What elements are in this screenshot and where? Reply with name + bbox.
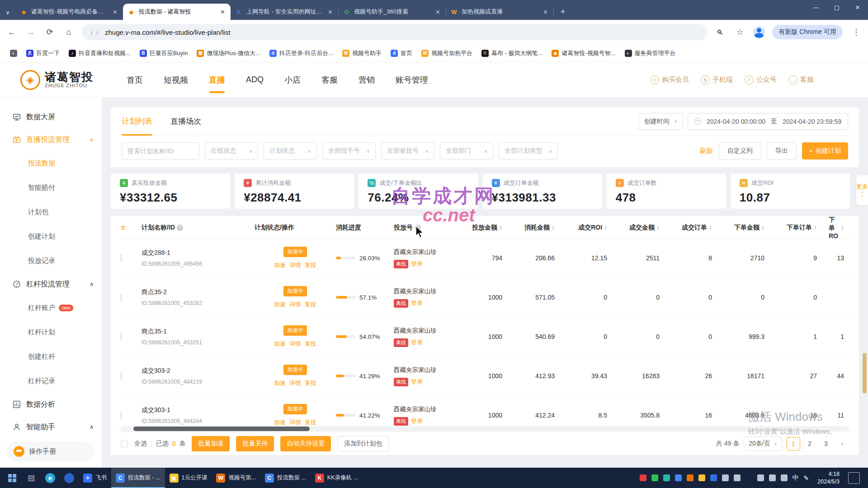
nav-item-link[interactable]: ADQ xyxy=(246,62,264,98)
window-close-button[interactable]: ✕ xyxy=(847,0,868,14)
customize-columns-button[interactable]: 自定义列 xyxy=(719,142,761,160)
nav-item-link[interactable]: 首页 xyxy=(127,62,143,98)
back-button[interactable]: ← xyxy=(5,28,18,37)
vertical-scrollbar-thumb[interactable] xyxy=(863,353,867,394)
row-action-link[interactable]: 复投 xyxy=(305,300,316,309)
table-row[interactable]: 成交288-1ID:5896261005_456456加速中加速详情复投26.0… xyxy=(121,239,849,278)
tray-chrome-icon[interactable] xyxy=(675,474,682,481)
taskbar-app[interactable]: ✈飞书 xyxy=(79,468,111,488)
task-view-icon[interactable]: ▤ xyxy=(22,468,41,488)
pen-icon[interactable]: ✎ xyxy=(804,474,809,482)
filter-select[interactable]: 全部计划类型∨ xyxy=(499,142,558,160)
bookmark-item[interactable]: B巨量百应Buyin xyxy=(136,47,192,59)
sort-icons[interactable]: ▲▼ xyxy=(656,225,660,230)
tab-close-icon[interactable]: ✕ xyxy=(219,9,226,15)
sidebar-subitem[interactable]: 创建计划 xyxy=(0,224,102,249)
row-checkbox[interactable] xyxy=(121,372,122,380)
plan-name[interactable]: 成交303-1 xyxy=(142,406,255,414)
tray-orange-app-icon[interactable] xyxy=(687,474,693,481)
taskbar-app[interactable]: ▣1元公开课 xyxy=(165,468,212,488)
tab-close-icon[interactable]: ✕ xyxy=(112,9,118,15)
bookmark-item[interactable]: ♪抖音直播和短视频... xyxy=(65,47,134,59)
column-header[interactable]: 成交ROI▲▼ xyxy=(566,224,619,232)
auto-stop-settings-button[interactable]: 自动关停设置 xyxy=(280,436,331,451)
row-action-link[interactable]: 复投 xyxy=(305,418,316,427)
ime-indicator[interactable]: 中 xyxy=(793,474,799,482)
plan-name[interactable]: 商点35-1 xyxy=(142,328,255,336)
tray-phone-icon[interactable] xyxy=(722,474,729,481)
nav-item-link[interactable]: 小店 xyxy=(284,62,301,98)
header-link[interactable]: S手机端 xyxy=(701,75,733,84)
browser-tab[interactable]: K上网导航 - 安全实用的网址导航✕ xyxy=(231,4,338,20)
tray-mic-icon[interactable] xyxy=(734,474,741,481)
sidebar-item-live[interactable]: 直播投流管理∧ xyxy=(0,128,102,151)
browser-menu-icon[interactable]: ⋮ xyxy=(850,27,863,37)
chrome-update-chip[interactable]: 有新版 Chrome 可用 xyxy=(772,25,843,39)
row-action-link[interactable]: 加速 xyxy=(274,379,286,387)
nav-item-link[interactable]: 短视频 xyxy=(164,62,188,98)
row-checkbox[interactable] xyxy=(121,293,122,301)
sidebar-item-analysis[interactable]: 数据分析 xyxy=(0,393,102,416)
tab-plan-list[interactable]: 计划列表 xyxy=(122,108,152,136)
browser-app-icon[interactable] xyxy=(60,468,79,488)
sidebar-subitem[interactable]: 投流数据 xyxy=(0,151,102,175)
create-plan-button[interactable]: + 创建计划 xyxy=(802,142,848,160)
taskbar-app[interactable]: KKK录像机 ... xyxy=(311,468,363,488)
bookmark-item[interactable]: ◐服务商管理平台 xyxy=(621,47,679,59)
forward-button[interactable]: → xyxy=(24,28,37,37)
menu-icon[interactable]: ≡ xyxy=(121,223,126,233)
sort-icons[interactable]: ▲▼ xyxy=(814,225,817,230)
header-link[interactable]: …客服 xyxy=(788,75,814,84)
row-action-link[interactable]: 加速 xyxy=(274,340,286,348)
column-header[interactable]: 投放金额▲▼ xyxy=(462,224,514,232)
start-button[interactable] xyxy=(3,468,22,488)
home-button[interactable]: ⌂ xyxy=(62,28,75,37)
tab-live-sessions[interactable]: 直播场次 xyxy=(170,108,201,136)
bookmark-item[interactable]: ◐ xyxy=(6,48,21,59)
header-link[interactable]: ◇购买会员 xyxy=(650,75,689,84)
nav-item-link[interactable]: 客服 xyxy=(321,62,338,98)
browser-tab[interactable]: W加热视频或直播✕ xyxy=(446,4,553,20)
row-action-link[interactable]: 复投 xyxy=(305,379,316,387)
sidebar-subitem[interactable]: 投放记录 xyxy=(0,249,102,273)
sort-icons[interactable]: ▲▼ xyxy=(604,225,607,230)
column-header[interactable]: 下单RO▲▼ xyxy=(829,216,856,239)
tab-close-icon[interactable]: ✕ xyxy=(542,9,549,15)
tray-battery-icon[interactable] xyxy=(757,474,764,481)
sort-by-select[interactable]: 创建时间 ∨ xyxy=(638,113,683,130)
plan-name[interactable]: 成交288-1 xyxy=(142,249,255,257)
bookmark-item[interactable]: ◆诸葛智投-视频号智... xyxy=(548,47,619,59)
bookmark-item[interactable]: W视频号加热平台 xyxy=(418,47,476,59)
stats-more-button[interactable]: 更多 ⌄⌄ xyxy=(856,175,868,205)
tray-volume-icon[interactable] xyxy=(769,474,776,481)
sort-icons[interactable]: ▲▼ xyxy=(761,225,764,230)
table-row[interactable]: 成交303-2ID:5896261005_484219加速中加速详情复投41.2… xyxy=(121,357,849,396)
bookmark-item[interactable]: W视频号助手 xyxy=(339,47,385,59)
sidebar-subitem[interactable]: 杠杆计划 xyxy=(0,320,102,344)
export-button[interactable]: 导出 xyxy=(767,142,797,160)
sidebar-item-assistant[interactable]: 智能助手∧ xyxy=(0,416,102,438)
column-header[interactable]: 成交金额▲▼ xyxy=(619,224,671,232)
notification-center-icon[interactable] xyxy=(848,472,860,484)
sidebar-subitem[interactable]: 创建杠杆 xyxy=(0,344,102,369)
nav-item-link[interactable]: 营销 xyxy=(359,62,375,98)
browser-tab[interactable]: O视频号助手_360搜索✕ xyxy=(338,4,446,20)
window-minimize-button[interactable]: — xyxy=(806,0,826,14)
taskbar-app[interactable]: C投流数据 ... xyxy=(260,468,311,488)
row-action-link[interactable]: 复投 xyxy=(305,340,316,348)
filter-select[interactable]: 全部部门∨ xyxy=(440,142,493,160)
horizontal-scrollbar-thumb[interactable] xyxy=(133,427,310,431)
row-action-link[interactable]: 详情 xyxy=(289,340,301,348)
select-all-checkbox[interactable] xyxy=(121,440,128,447)
login-link[interactable]: 登录 xyxy=(411,378,423,386)
new-tab-button[interactable]: + xyxy=(556,5,570,19)
tray-bluetooth-icon[interactable] xyxy=(745,474,752,481)
refresh-button[interactable]: 刷新 xyxy=(700,147,713,155)
table-row[interactable]: 商点35-2ID:5896261005_453282加速中加速详情复投57.1%… xyxy=(121,278,849,317)
bookmark-item[interactable]: 爪百度一下 xyxy=(23,47,63,59)
app-logo[interactable]: ◈ 诸葛智投 ZHUGE ZHITOU xyxy=(20,70,118,90)
tray-teal-app-icon[interactable] xyxy=(663,474,670,481)
plan-name[interactable]: 商点35-2 xyxy=(142,288,255,296)
reload-button[interactable]: ⟳ xyxy=(43,27,56,37)
browser-tab[interactable]: ◆投流数据 - 诸葛智投✕ xyxy=(123,4,231,20)
